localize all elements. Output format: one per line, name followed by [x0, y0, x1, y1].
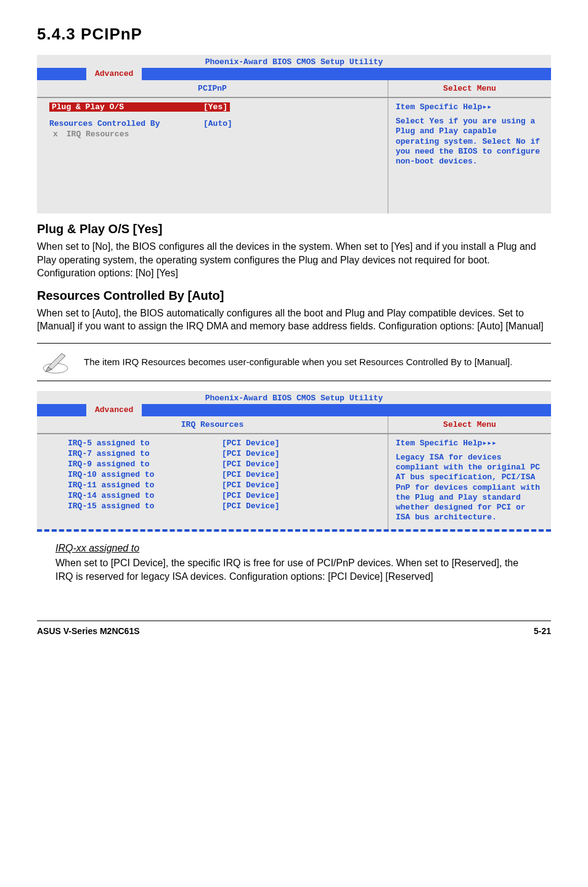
- setting-label: IRQ-10 assigned to: [68, 470, 222, 479]
- setting-irq7[interactable]: IRQ-7 assigned to[PCI Device]: [68, 448, 375, 459]
- panel-title-left: IRQ Resources: [37, 416, 388, 433]
- setting-irq9[interactable]: IRQ-9 assigned to[PCI Device]: [68, 459, 375, 469]
- setting-irq-resources-disabled: x IRQ Resources: [49, 129, 375, 139]
- note-text: The item IRQ Resources becomes user-conf…: [84, 355, 512, 368]
- body-plug-and-play: When set to [No], the BIOS configures al…: [37, 240, 551, 280]
- setting-label: IRQ-9 assigned to: [68, 460, 222, 469]
- bios-title: Phoenix-Award BIOS CMOS Setup Utility: [37, 391, 551, 404]
- arrows-icon: ▸▸: [482, 102, 492, 112]
- tab-advanced[interactable]: Advanced: [86, 68, 142, 80]
- setting-label: Resources Controlled By: [49, 119, 203, 128]
- setting-value: [PCI Device]: [222, 491, 280, 500]
- setting-value: [PCI Device]: [222, 481, 280, 490]
- bios-settings-list: IRQ-5 assigned to[PCI Device] IRQ-7 assi…: [37, 434, 388, 529]
- help-title: Item Specific Help▸▸▸: [396, 438, 544, 448]
- setting-resources-controlled-by[interactable]: Resources Controlled By [Auto]: [49, 118, 375, 129]
- setting-value: [PCI Device]: [222, 460, 280, 469]
- bios-panel-irq-resources: Phoenix-Award BIOS CMOS Setup Utility Ad…: [37, 391, 551, 532]
- body-irq-assigned: When set to [PCI Device], the specific I…: [55, 556, 539, 584]
- section-heading: 5.4.3 PCIPnP: [37, 25, 551, 44]
- setting-value: [PCI Device]: [222, 449, 280, 458]
- bios-panel-pcipnp: Phoenix-Award BIOS CMOS Setup Utility Ad…: [37, 55, 551, 213]
- setting-label: IRQ-11 assigned to: [68, 481, 222, 490]
- setting-value: [PCI Device]: [222, 439, 280, 448]
- bios-title: Phoenix-Award BIOS CMOS Setup Utility: [37, 55, 551, 68]
- footer-product: ASUS V-Series M2NC61S: [37, 626, 140, 636]
- arrows-icon: ▸▸▸: [482, 439, 496, 448]
- panel-title-row: IRQ Resources Select Menu: [37, 416, 551, 434]
- setting-label: IRQ-14 assigned to: [68, 491, 222, 500]
- setting-irq5[interactable]: IRQ-5 assigned to[PCI Device]: [68, 438, 375, 448]
- body-resources-controlled: When set to [Auto], the BIOS automatical…: [37, 307, 551, 333]
- setting-value: [Auto]: [203, 119, 232, 128]
- setting-label: IRQ-15 assigned to: [68, 501, 222, 511]
- bios-help-pane: Item Specific Help▸▸ Select Yes if you a…: [388, 98, 551, 213]
- setting-plug-and-play-os[interactable]: Plug & Play O/S [Yes]: [49, 102, 230, 112]
- setting-value: [PCI Device]: [222, 501, 280, 511]
- subsection-irq-assigned: IRQ-xx assigned to: [55, 543, 551, 554]
- setting-label: IRQ-7 assigned to: [68, 449, 222, 458]
- footer-page-number: 5-21: [534, 626, 551, 636]
- setting-irq11[interactable]: IRQ-11 assigned to[PCI Device]: [68, 480, 375, 490]
- help-text: Select Yes if you are using a Plug and P…: [396, 117, 544, 167]
- help-title: Item Specific Help▸▸: [396, 102, 544, 112]
- setting-irq10[interactable]: IRQ-10 assigned to[PCI Device]: [68, 469, 375, 480]
- setting-label: IRQ-5 assigned to: [68, 439, 222, 448]
- setting-label: Plug & Play O/S: [52, 102, 203, 112]
- setting-value: [Yes]: [203, 102, 227, 112]
- disabled-marker: x: [53, 130, 58, 139]
- setting-irq14[interactable]: IRQ-14 assigned to[PCI Device]: [68, 490, 375, 501]
- panel-title-row: PCIPnP Select Menu: [37, 80, 551, 97]
- panel-title-left: PCIPnP: [37, 80, 388, 97]
- bios-tab-bar: Advanced: [37, 68, 551, 80]
- panel-title-right: Select Menu: [388, 416, 551, 433]
- panel-title-right: Select Menu: [388, 80, 551, 97]
- note-icon: [41, 350, 70, 374]
- note-box: The item IRQ Resources becomes user-conf…: [37, 343, 551, 381]
- bios-help-pane: Item Specific Help▸▸▸ Legacy ISA for dev…: [388, 434, 551, 529]
- tab-advanced[interactable]: Advanced: [86, 404, 142, 416]
- subsection-plug-and-play: Plug & Play O/S [Yes]: [37, 222, 551, 236]
- setting-label: IRQ Resources: [67, 130, 129, 139]
- help-text: Legacy ISA for devices compliant with th…: [396, 453, 544, 523]
- page-footer: ASUS V-Series M2NC61S 5-21: [37, 621, 551, 636]
- setting-value: [PCI Device]: [222, 470, 280, 479]
- bios-tab-bar: Advanced: [37, 404, 551, 416]
- setting-irq15[interactable]: IRQ-15 assigned to[PCI Device]: [68, 501, 375, 511]
- bios-settings-list: Plug & Play O/S [Yes] Resources Controll…: [37, 98, 388, 213]
- subsection-resources-controlled: Resources Controlled By [Auto]: [37, 289, 551, 303]
